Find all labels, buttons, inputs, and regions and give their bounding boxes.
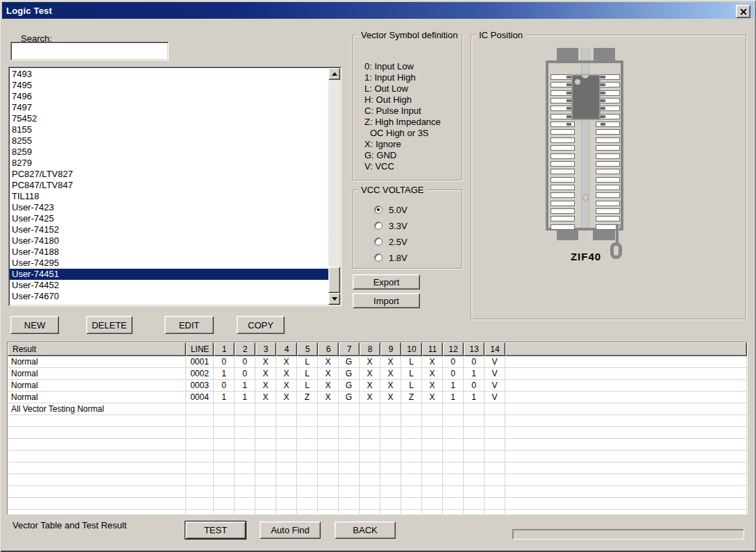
column-header[interactable]: 7 — [339, 342, 360, 356]
list-item[interactable]: 7495 — [10, 80, 328, 91]
list-item[interactable]: 7496 — [10, 91, 328, 102]
column-header[interactable]: 14 — [485, 342, 505, 356]
column-header[interactable]: 5 — [297, 342, 318, 356]
result-table: ResultLINE1234567891011121314Normal00010… — [7, 342, 748, 515]
column-header[interactable]: 1 — [214, 342, 235, 356]
vector-cell — [235, 403, 255, 415]
column-header[interactable]: 10 — [401, 342, 422, 356]
vector-cell: 0 — [235, 368, 255, 380]
column-header[interactable]: 11 — [422, 342, 443, 356]
auto-find-button[interactable]: Auto Find — [260, 521, 321, 539]
column-header[interactable]: 3 — [255, 342, 276, 356]
socket-pin-right — [596, 137, 620, 143]
vector-cell — [485, 415, 505, 427]
test-button[interactable]: TEST — [185, 521, 246, 540]
list-item[interactable]: User-74180 — [10, 235, 328, 246]
column-header[interactable]: 4 — [276, 342, 297, 356]
ic-list-scrollbar[interactable] — [328, 68, 340, 305]
vcc-radio-3.3V[interactable]: 3.3V — [374, 221, 408, 231]
scrollbar-thumb[interactable] — [328, 267, 340, 293]
vector-cell — [380, 462, 401, 474]
column-header[interactable]: 6 — [318, 342, 339, 356]
result-row[interactable]: Normal000100XXLXGXXLX00V — [8, 356, 747, 368]
import-button[interactable]: Import — [353, 293, 420, 308]
vcc-radio-2.5V[interactable]: 2.5V — [374, 237, 408, 246]
empty-row — [8, 439, 747, 451]
empty-row — [8, 474, 747, 486]
pin-contact — [600, 92, 605, 94]
column-header[interactable]: 9 — [380, 342, 401, 356]
new-button[interactable]: NEW — [10, 316, 59, 334]
list-item[interactable]: User-74295 — [10, 258, 328, 269]
close-button[interactable] — [736, 5, 750, 18]
list-item[interactable]: User-7423 — [10, 202, 328, 213]
column-header[interactable]: 12 — [443, 342, 464, 356]
vector-cell: G — [339, 368, 360, 380]
result-row[interactable]: Normal000301XXLXGXXLX10V — [8, 380, 747, 392]
vcc-radio-1.8V[interactable]: 1.8V — [374, 253, 408, 262]
vector-cell — [360, 462, 380, 474]
pin-contact — [566, 123, 571, 126]
back-button[interactable]: BACK — [335, 521, 396, 539]
vector-cell: 1 — [235, 380, 255, 392]
pin-contact — [600, 115, 605, 118]
vector-symbol-title: Vector Symbol definition — [358, 30, 460, 40]
result-cell — [8, 474, 186, 486]
list-item[interactable]: PC847/LTV847 — [10, 180, 328, 191]
line-cell — [186, 415, 214, 427]
result-row[interactable]: Normal000411XXZXGXXZX11V — [8, 392, 747, 403]
vector-cell — [339, 439, 360, 451]
list-item[interactable]: PC827/LTV827 — [10, 169, 328, 180]
list-item[interactable]: TIL118 — [10, 191, 328, 202]
vector-cell — [401, 510, 422, 515]
titlebar[interactable]: Logic Test — [2, 2, 754, 19]
filler-cell — [505, 380, 747, 392]
export-button[interactable]: Export — [353, 274, 420, 290]
socket-top-tab — [594, 48, 615, 61]
list-item[interactable]: 8279 — [10, 158, 328, 169]
vector-cell: X — [422, 392, 443, 403]
list-item[interactable]: User-74670 — [10, 291, 328, 302]
vector-cell — [422, 486, 443, 498]
list-item[interactable]: User-74188 — [10, 246, 328, 258]
list-item[interactable]: User-74451 — [10, 269, 328, 280]
scroll-up-button[interactable] — [328, 68, 340, 80]
list-item[interactable]: 8259 — [10, 147, 328, 158]
search-input[interactable] — [10, 42, 169, 60]
column-header[interactable]: 2 — [235, 342, 255, 356]
vector-cell — [318, 427, 339, 439]
result-cell — [8, 451, 186, 462]
vector-cell — [401, 403, 422, 415]
vector-cell — [255, 474, 276, 486]
vector-cell — [318, 439, 339, 451]
list-item[interactable]: 7493 — [10, 69, 328, 80]
edit-button[interactable]: EDIT — [165, 316, 214, 334]
list-item[interactable]: 8155 — [10, 124, 328, 135]
vector-cell — [464, 462, 485, 474]
list-item[interactable]: User-74152 — [10, 224, 328, 235]
vector-cell: 1 — [214, 392, 235, 403]
socket-pin-right — [596, 216, 620, 221]
list-item[interactable]: 8255 — [10, 135, 328, 147]
delete-button[interactable]: DELETE — [86, 316, 133, 334]
list-item[interactable]: 7497 — [10, 102, 328, 113]
list-item[interactable]: 75452 — [10, 113, 328, 124]
column-header[interactable]: 13 — [464, 342, 485, 356]
result-row[interactable]: Normal000210XXLXGXXLX01V — [8, 368, 747, 380]
vector-cell — [380, 415, 401, 427]
list-item[interactable]: User-7425 — [10, 213, 328, 224]
scrollbar-track[interactable] — [328, 80, 340, 293]
vector-cell: X — [318, 392, 339, 403]
ic-list: 7493749574967497754528155825582598279PC8… — [10, 69, 328, 305]
socket-pin-left — [551, 129, 575, 135]
vcc-radio-5.0V[interactable]: 5.0V — [374, 205, 408, 215]
scroll-down-button[interactable] — [328, 293, 340, 305]
vector-cell — [485, 486, 505, 498]
column-header[interactable]: Result — [8, 342, 186, 356]
list-item[interactable]: User-74452 — [10, 280, 328, 291]
column-header[interactable]: LINE — [186, 342, 214, 356]
column-header[interactable]: 8 — [360, 342, 380, 356]
table-header-row: ResultLINE1234567891011121314 — [8, 342, 747, 356]
vector-cell — [318, 462, 339, 474]
copy-button[interactable]: COPY — [237, 316, 285, 334]
